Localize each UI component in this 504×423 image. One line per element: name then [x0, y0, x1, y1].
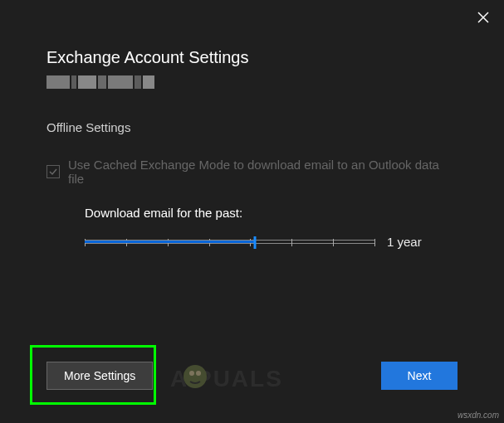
slider-thumb[interactable] [253, 236, 256, 249]
download-duration-label: Download email for the past: [85, 206, 458, 220]
more-settings-button[interactable]: More Settings [46, 362, 153, 390]
close-icon[interactable] [477, 12, 489, 27]
slider-value-label: 1 year [387, 235, 422, 249]
download-duration-slider[interactable] [85, 240, 375, 244]
cached-exchange-mode-label: Use Cached Exchange Mode to download ema… [68, 158, 458, 186]
dialog-title: Exchange Account Settings [46, 48, 458, 67]
slider-fill [85, 241, 255, 243]
next-button[interactable]: Next [381, 362, 458, 390]
cached-exchange-mode-row: Use Cached Exchange Mode to download ema… [46, 158, 458, 186]
exchange-account-settings-dialog: Exchange Account Settings Offline Settin… [0, 0, 504, 423]
cached-exchange-mode-checkbox[interactable] [46, 165, 60, 178]
offline-settings-label: Offline Settings [46, 120, 458, 134]
checkmark-icon [48, 167, 58, 177]
account-email-redacted [46, 74, 163, 90]
watermark-site: wsxdn.com [458, 411, 499, 420]
